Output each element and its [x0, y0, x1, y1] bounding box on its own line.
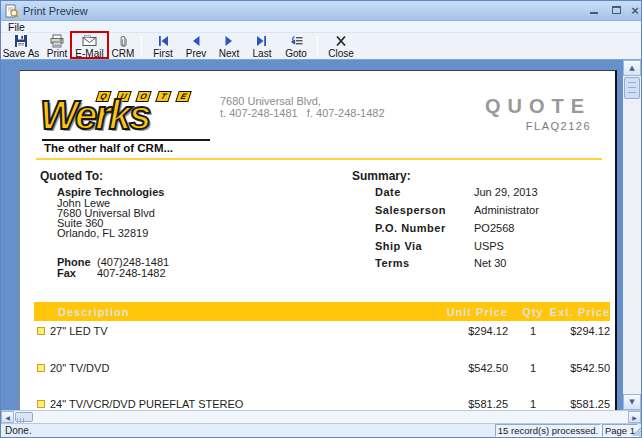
prev-label: Prev — [186, 48, 207, 59]
table-row: 24" TV/VCR/DVD PUREFLAT STEREO $581.25 1… — [34, 398, 610, 410]
summary-label: P.O. Number — [375, 222, 446, 234]
prev-button[interactable]: Prev — [180, 34, 212, 59]
next-icon — [222, 34, 236, 48]
table-row: 27" LED TV $294.12 1 $294.12 — [34, 325, 610, 339]
summary-label: Ship Via — [375, 240, 422, 252]
vertical-scroll-thumb[interactable] — [624, 77, 640, 99]
email-highlight-box — [70, 31, 109, 59]
first-button[interactable]: First — [147, 34, 179, 59]
toolbar-separator — [141, 35, 142, 56]
table-row: 20" TV/DVD $542.50 1 $542.50 — [34, 362, 610, 376]
toolbar-separator — [317, 35, 318, 56]
last-button[interactable]: Last — [247, 34, 277, 59]
goto-button[interactable]: Goto — [280, 34, 312, 59]
item-ext-price: $581.25 — [545, 398, 610, 410]
summary-value: USPS — [474, 240, 504, 252]
line-item-icon — [37, 327, 45, 335]
next-label: Next — [219, 48, 240, 59]
item-qty: 1 — [521, 398, 545, 410]
logo-letter: E — [175, 91, 192, 102]
company-address-line2: t. 407-248-1481 f. 407-248-1482 — [220, 107, 385, 119]
last-icon — [255, 34, 269, 48]
paperclip-icon — [117, 34, 129, 48]
horizontal-scrollbar[interactable]: ◀ ▶ — [1, 410, 642, 423]
status-message: Done. — [5, 425, 32, 436]
next-button[interactable]: Next — [213, 34, 245, 59]
print-button[interactable]: Print — [41, 34, 73, 59]
down-arrow-icon: ▼ — [629, 398, 634, 406]
status-bar: Done. 15 record(s) processed. Page 1 of … — [1, 423, 641, 437]
up-arrow-icon: ▲ — [629, 64, 634, 72]
summary-value: Administrator — [474, 204, 539, 216]
scroll-right-button[interactable]: ▶ — [628, 411, 641, 423]
item-unit-price: $581.25 — [408, 398, 508, 410]
company-address-line1: 7680 Universal Blvd, — [220, 95, 321, 107]
close-button[interactable]: Close — [323, 34, 359, 59]
scroll-up-button[interactable]: ▲ — [623, 60, 641, 76]
print-label: Print — [47, 48, 68, 59]
right-arrow-icon: ▶ — [632, 414, 637, 421]
item-description: 24" TV/VCR/DVD PUREFLAT STEREO — [50, 398, 243, 410]
resize-grip[interactable] — [631, 426, 641, 438]
item-unit-price: $542.50 — [408, 362, 508, 374]
logo-underline — [42, 139, 210, 141]
title-bar: Print Preview × — [1, 1, 641, 21]
goto-icon — [289, 34, 304, 48]
maximize-button[interactable] — [608, 4, 624, 17]
save-as-button[interactable]: Save As — [2, 34, 40, 59]
customer-address3: Orlando, FL 32819 — [57, 227, 148, 239]
save-icon — [14, 34, 28, 48]
preview-area: Q U O T E Werks The other half of CRM...… — [1, 60, 641, 410]
fax-value: 407-248-1482 — [97, 267, 166, 279]
horizontal-scroll-thumb[interactable] — [15, 412, 33, 422]
summary-heading: Summary: — [352, 169, 411, 183]
header-qty: Qty — [521, 306, 545, 318]
first-label: First — [153, 48, 172, 59]
summary-label: Date — [375, 186, 401, 198]
item-qty: 1 — [521, 325, 545, 337]
vertical-scrollbar[interactable]: ▲ ▼ — [623, 60, 641, 410]
scroll-down-button[interactable]: ▼ — [623, 394, 641, 410]
close-icon — [334, 34, 348, 48]
scroll-left-button[interactable]: ◀ — [1, 411, 14, 423]
summary-label: Salesperson — [375, 204, 446, 216]
logo-letter: T — [155, 91, 172, 102]
left-arrow-icon: ◀ — [5, 414, 10, 421]
quoted-to-heading: Quoted To: — [40, 169, 103, 183]
window-title: Print Preview — [23, 5, 88, 17]
goto-label: Goto — [285, 48, 307, 59]
close-label: Close — [328, 48, 354, 59]
summary-value: PO2568 — [474, 222, 514, 234]
item-unit-price: $294.12 — [408, 325, 508, 337]
document-number: FLAQ2126 — [526, 120, 591, 132]
crm-button[interactable]: CRM — [109, 34, 137, 59]
printer-icon — [50, 34, 64, 48]
gold-divider-line — [36, 158, 602, 160]
summary-label: Terms — [375, 257, 410, 269]
toolbar: Save As Print E-Mail — [1, 33, 641, 60]
first-icon — [156, 34, 170, 48]
records-panel: 15 record(s) processed. — [495, 424, 601, 437]
item-ext-price: $542.50 — [545, 362, 610, 374]
header-ext-price: Ext. Price — [545, 306, 610, 318]
last-label: Last — [253, 48, 272, 59]
header-unit-price: Unit Price — [408, 306, 508, 318]
line-item-icon — [37, 400, 45, 408]
line-item-icon — [37, 364, 45, 372]
table-header: Description Unit Price Qty Ext. Price — [34, 302, 610, 321]
summary-value: Net 30 — [474, 257, 506, 269]
item-description: 27" LED TV — [50, 325, 108, 337]
document-type: QUOTE — [485, 95, 591, 118]
menu-file[interactable]: File — [8, 21, 25, 33]
item-ext-price: $294.12 — [545, 325, 610, 337]
minimize-button[interactable] — [586, 4, 602, 17]
crm-label: CRM — [112, 48, 135, 59]
logo-tagline: The other half of CRM... — [44, 142, 173, 154]
item-description: 20" TV/DVD — [50, 362, 109, 374]
company-logo: Werks — [40, 93, 149, 138]
close-window-button[interactable]: × — [627, 4, 642, 17]
save-as-label: Save As — [3, 48, 40, 59]
fax-label: Fax — [57, 267, 76, 279]
document-page: Q U O T E Werks The other half of CRM...… — [19, 70, 617, 410]
print-preview-icon — [5, 4, 19, 20]
